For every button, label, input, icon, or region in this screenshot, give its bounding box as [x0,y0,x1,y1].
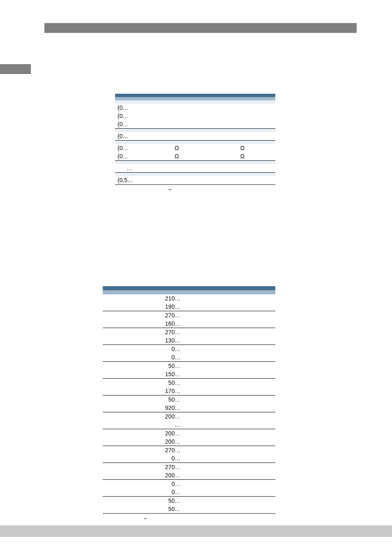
table-row: 0… [103,353,275,362]
cell: 0… [103,488,182,497]
cell [182,488,275,497]
cell [144,164,210,173]
table-row: … [103,421,275,429]
cell [182,362,275,370]
cell: (0,5… [115,176,144,185]
cell: (0… [115,104,144,112]
cell [210,104,275,112]
cell [144,132,210,141]
cell: 200… [103,471,182,480]
table2-footnote-dash: – [103,514,275,522]
cell: 270… [103,446,182,455]
cell: 130… [103,336,182,345]
table2-container: 210… 190… 270… 160… 270… 130… 0… 0… 50… … [103,286,275,522]
table1-header [115,94,275,97]
table-row: 200… [103,412,275,421]
cell [182,480,275,488]
cell: 920… [103,404,182,412]
cell [144,112,210,120]
cell: (0… [115,120,144,129]
cell [182,303,275,311]
cell [182,328,275,337]
table-row: 270… [103,328,275,337]
cell [182,294,275,303]
table-row: 0… [103,480,275,488]
cell: 170… [103,387,182,395]
cell [182,311,275,320]
cell [182,437,275,446]
cell [182,505,275,513]
footer-band [0,525,392,537]
table-row: 50… [103,379,275,387]
cell [182,387,275,395]
cell: 0… [103,454,182,463]
cell [210,120,275,129]
cell [182,446,275,455]
table-row: 150… [103,370,275,379]
cell [210,164,275,173]
table1-section [115,141,275,144]
cell [182,497,275,505]
table-row: 50… [103,505,275,513]
cell: 50… [103,505,182,513]
cell: 50… [103,497,182,505]
cell: 270… [103,311,182,320]
cell [182,463,275,472]
table-row: 0… [103,454,275,463]
table1-section [115,173,275,176]
table-row: (0,5… [115,176,275,185]
table-row: (0… Ω Ω [115,152,275,161]
table-row: 210… [103,294,275,303]
table-row: 270… [103,311,275,320]
table-row: 270… [103,463,275,472]
cell: … [103,421,182,429]
table1-footnote-dash: – [115,185,275,193]
table-row: (0… Ω Ω [115,144,275,152]
table-row: (0… [115,120,275,129]
cell [182,471,275,480]
table-row: 50… [103,362,275,370]
cell: 270… [103,328,182,337]
table-row: 170… [103,387,275,395]
table-row: (0… [115,112,275,120]
cell [210,132,275,141]
cell: 50… [103,362,182,370]
table2: 210… 190… 270… 160… 270… 130… 0… 0… 50… … [103,286,275,514]
table-row: 160… [103,319,275,328]
cell [182,370,275,379]
cell: (0… [115,132,144,141]
table-row: 200… [103,429,275,438]
table1-section [115,161,275,164]
cell [144,176,210,185]
table1-subheader [115,97,275,100]
cell: 200… [103,412,182,421]
cell: Ω [144,152,210,161]
table1-section [115,129,275,132]
cell: 0… [103,345,182,354]
cell: 190… [103,303,182,311]
cell [182,379,275,387]
table-row: … [115,164,275,173]
table-row: 50… [103,395,275,404]
table-row: 200… [103,471,275,480]
cell [182,353,275,362]
table2-subheader [103,290,275,294]
cell: 160… [103,319,182,328]
table-row: 200… [103,437,275,446]
cell: … [115,164,144,173]
table1-container: (0… (0… (0… (0… (0… [115,94,275,193]
table-row: 270… [103,446,275,455]
cell [182,454,275,463]
cell: 50… [103,379,182,387]
cell: Ω [210,144,275,152]
table-row: 190… [103,303,275,311]
cell: Ω [144,144,210,152]
cell [182,429,275,438]
table-row: 920… [103,404,275,412]
table-row: (0… [115,104,275,112]
table2-header [103,286,275,290]
cell: 270… [103,463,182,472]
cell [210,176,275,185]
cell [182,336,275,345]
cell: (0… [115,144,144,152]
